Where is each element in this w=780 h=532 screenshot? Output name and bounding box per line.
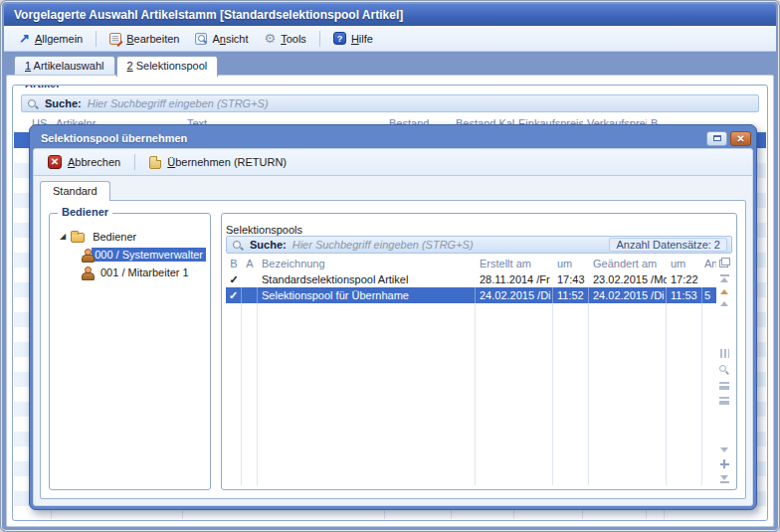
search-icon xyxy=(233,240,244,251)
main-tabstrip: 1 Artikelauswahl 2 Selektionspool xyxy=(4,53,776,76)
apply-label: Übernehmen (RETURN) xyxy=(167,156,287,168)
bediener-group: Bediener ◢ Bediener 000 / Systemverwalte… xyxy=(49,213,211,490)
main-window: Vorgelagerte Auswahl Artikelstamm [Stand… xyxy=(0,0,780,532)
edit-note-icon xyxy=(109,33,121,45)
toolbar-separator xyxy=(134,154,135,170)
arrow-ne-icon: ↗ xyxy=(19,34,30,44)
next-record-button[interactable] xyxy=(720,447,728,452)
artikel-search-bar[interactable]: Suche: Hier Suchbegriff eingeben (STRG+S… xyxy=(21,94,759,112)
col-erstellt-am[interactable]: Erstellt am xyxy=(476,258,553,269)
col-a[interactable]: A xyxy=(242,258,258,269)
tab-selektionspool[interactable]: 2 Selektionspool xyxy=(116,56,219,77)
selektionspools-group-label: Selektionspools xyxy=(226,224,732,236)
pools-search-input[interactable]: Hier Suchbegriff eingeben (STRG+S) xyxy=(292,239,604,251)
grip-icon[interactable] xyxy=(720,349,729,358)
folder-icon xyxy=(71,233,85,243)
pools-search-bar[interactable]: Suche: Hier Suchbegriff eingeben (STRG+S… xyxy=(226,236,732,254)
record-nav-strip xyxy=(716,256,732,485)
person-icon xyxy=(82,266,93,278)
pools-table-header: B A Bezeichnung Erstellt am um Geändert … xyxy=(226,256,716,271)
menu-separator xyxy=(319,31,320,47)
dialog-content: Bediener ◢ Bediener 000 / Systemverwalte… xyxy=(40,200,746,499)
checked-icon: ✓ xyxy=(226,273,242,286)
menu-tools[interactable]: ⚙ Tools xyxy=(258,30,313,48)
person-icon xyxy=(82,249,87,261)
col-um-2[interactable]: um xyxy=(667,258,702,269)
apply-icon xyxy=(149,156,161,169)
pools-table-empty-area[interactable] xyxy=(226,303,716,485)
menu-hilfe-label: Hilfe xyxy=(351,33,373,45)
last-record-button[interactable] xyxy=(720,475,729,483)
first-record-button[interactable] xyxy=(720,274,729,282)
apply-button[interactable]: Übernehmen (RETURN) xyxy=(141,153,294,172)
menu-ansicht[interactable]: Ansicht xyxy=(188,30,255,48)
dialog-toolbar: ✕ Abbrechen Übernehmen (RETURN) xyxy=(34,149,752,176)
new-record-button[interactable] xyxy=(720,459,729,468)
table-row[interactable]: ✓ Standardselektionspool Artikel 28.11.2… xyxy=(226,271,716,287)
menu-separator xyxy=(96,31,97,47)
cancel-button[interactable]: ✕ Abbrechen xyxy=(40,152,128,172)
dialog-body: ✕ Abbrechen Übernehmen (RETURN) Standard… xyxy=(33,148,753,506)
menu-hilfe[interactable]: ? Hilfe xyxy=(326,29,380,48)
tree-item-systemverwalter[interactable]: 000 / Systemverwalter xyxy=(54,246,206,264)
search-icon xyxy=(28,98,39,109)
tab-artikelauswahl[interactable]: 1 Artikelauswahl xyxy=(14,56,115,76)
col-b[interactable]: B xyxy=(226,258,242,269)
search-label: Suche: xyxy=(45,97,82,109)
help-icon: ? xyxy=(333,32,346,45)
col-an[interactable]: An xyxy=(702,258,716,269)
pools-search-label: Suche: xyxy=(250,239,287,251)
cancel-label: Abbrechen xyxy=(68,156,120,168)
search-record-icon[interactable] xyxy=(719,365,729,375)
menu-bearbeiten[interactable]: Bearbeiten xyxy=(102,30,186,48)
selektionspools-body: Suche: Hier Suchbegriff eingeben (STRG+S… xyxy=(226,236,732,485)
window-title: Vorgelagerte Auswahl Artikelstamm [Stand… xyxy=(14,8,403,22)
bediener-group-label: Bediener xyxy=(58,206,112,218)
col-um-1[interactable]: um xyxy=(553,258,589,269)
menu-ansicht-label: Ansicht xyxy=(212,33,248,45)
restore-button[interactable] xyxy=(706,131,727,146)
dialog-titlebar[interactable]: Selektionspool übernehmen ✕ xyxy=(33,128,753,148)
dialog-title: Selektionspool übernehmen xyxy=(41,132,703,144)
selektionspool-dialog: Selektionspool übernehmen ✕ ✕ Abbrechen … xyxy=(29,124,757,510)
tree-item-mitarbeiter1[interactable]: 001 / Mitarbeiter 1 xyxy=(54,264,206,281)
selektionspools-group: Selektionspools Suche: Hier Suchbegriff … xyxy=(221,213,737,490)
artikel-group-label: Artikel xyxy=(21,85,63,89)
view-magnifier-icon xyxy=(195,33,207,45)
list-view-icon[interactable] xyxy=(719,382,729,390)
menu-bar: ↗ Allgemein Bearbeiten Ansicht ⚙ Tools ?… xyxy=(4,26,776,52)
gear-icon: ⚙ xyxy=(265,33,277,45)
close-button[interactable]: ✕ xyxy=(730,131,751,146)
tree-expander-icon[interactable]: ◢ xyxy=(60,233,66,241)
col-bezeichnung[interactable]: Bezeichnung xyxy=(258,258,476,269)
pools-table: B A Bezeichnung Erstellt am um Geändert … xyxy=(226,256,716,485)
tab-standard[interactable]: Standard xyxy=(40,181,110,201)
record-count-badge: Anzahl Datensätze: 2 xyxy=(609,238,727,252)
menu-allgemein[interactable]: ↗ Allgemein xyxy=(12,30,90,48)
dialog-tabstrip: Standard xyxy=(34,176,752,200)
scroll-up-button[interactable] xyxy=(720,301,728,306)
window-titlebar: Vorgelagerte Auswahl Artikelstamm [Stand… xyxy=(4,4,776,26)
tree-root-bediener[interactable]: ◢ Bediener xyxy=(54,228,206,246)
artikel-search-input[interactable]: Hier Suchbegriff eingeben (STRG+S) xyxy=(88,97,752,109)
menu-allgemein-label: Allgemein xyxy=(35,33,83,45)
column-chooser-icon[interactable] xyxy=(719,258,730,267)
checked-icon: ✓ xyxy=(226,287,242,303)
cancel-icon: ✕ xyxy=(48,155,62,169)
previous-record-button[interactable] xyxy=(720,289,728,294)
restore-icon xyxy=(713,135,721,141)
menu-bearbeiten-label: Bearbeiten xyxy=(126,33,179,45)
menu-tools-label: Tools xyxy=(281,33,306,45)
col-geaendert-am[interactable]: Geändert am xyxy=(589,258,667,269)
sort-icon[interactable] xyxy=(719,397,729,405)
table-row-selected[interactable]: ✓ Selektionspool für Übernhame 24.02.201… xyxy=(226,287,716,303)
